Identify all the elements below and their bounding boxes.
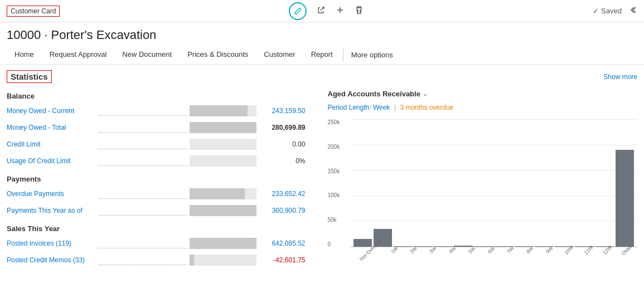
sales-label: Sales This Year [7,220,306,236]
bar-container-1: 243,159.50 [190,105,306,116]
posted-credit-memos-label[interactable]: Posted Credit Memos (33) [7,256,96,264]
posted-credit-memos-value: -42,601.75 [261,256,306,264]
show-more-button[interactable]: Show more [603,73,637,81]
bar-4 [190,155,256,167]
credit-limit-value: 0.00 [261,140,306,148]
y-label-150k: 150k [328,168,348,174]
bar-container-6: 360,900.79 [190,205,306,216]
y-label-100k: 100k [328,192,348,198]
bar-1 [190,105,256,116]
y-label-250k: 250k [328,119,348,125]
right-panel: Aged Accounts Receivable ⌄ Period Length… [322,87,638,270]
left-panel: Balance Money Owed - Current 243,159.50 … [7,87,322,270]
nav-new-document[interactable]: New Document [114,46,180,64]
nav-bar: Home Request Approval New Document Price… [0,46,644,65]
bar-3 [190,139,256,150]
stat-row-usage-credit: Usage Of Credit Limit 0% [7,154,306,168]
bar-container-3: 0.00 [190,139,306,150]
money-owed-current-label[interactable]: Money Owed - Current [7,107,96,115]
y-axis: 0 50k 100k 150k 200k 250k [328,119,348,247]
chart-area [350,119,638,247]
stat-row-posted-credit-memos: Posted Credit Memos (33) -42,601.75 [7,253,306,267]
overdue-payments-label[interactable]: Overdue Payments [7,190,96,198]
statistics-section: Statistics Show more Balance Money Owed … [0,65,644,270]
overdue-payments-value: 233,652.42 [261,190,306,198]
dots-5 [98,198,187,199]
back-icon[interactable] [628,6,637,17]
y-label-50k: 50k [328,217,348,223]
posted-invoices-label[interactable]: Posted Invoices (119) [7,240,96,247]
page-title: 10000 · Porter's Excavation [0,22,644,46]
bar-container-5: 233,652.42 [190,188,306,199]
chart-title-row: Aged Accounts Receivable ⌄ [328,87,638,101]
stat-row-posted-invoices: Posted Invoices (119) 642,085.52 [7,236,306,251]
dots-6 [98,215,187,216]
bar-container-8: -42,601.75 [190,255,306,266]
payments-label: Payments [7,170,306,187]
saved-status: ✓ Saved [593,6,637,17]
y-label-200k: 200k [328,144,348,150]
dots-7 [98,248,187,248]
bar-6 [190,205,256,216]
period-separator: | [394,104,396,111]
add-icon[interactable] [336,6,345,17]
chart-dropdown-icon[interactable]: ⌄ [423,90,428,97]
credit-limit-label[interactable]: Credit Limit [7,140,96,148]
stat-row-money-owed-current: Money Owed - Current 243,159.50 [7,104,306,118]
stat-row-payments-year: Payments This Year as of 360,900.79 [7,203,306,218]
usage-credit-value: 0% [261,157,306,165]
edit-button[interactable] [289,2,307,20]
bar-2 [190,122,256,133]
stats-header: Statistics Show more [7,65,637,87]
content-grid: Balance Money Owed - Current 243,159.50 … [7,87,637,270]
money-owed-current-value: 243,159.50 [261,107,306,115]
period-overdue: 3 months overdue [400,104,453,111]
bar-chart: 0 50k 100k 150k 200k 250k [328,119,638,264]
payments-year-value: 360,900.79 [261,207,306,214]
chart-title: Aged Accounts Receivable [328,90,420,98]
top-icons [289,2,364,20]
x-axis: Not Overdue 1W 2W 3W 4W 5W 6W 7W 8W 9W 1… [350,247,638,264]
period-label: Period Length: Week | 3 months overdue [328,101,638,117]
bar-5 [190,188,256,199]
dots-1 [98,115,187,116]
nav-more-options[interactable]: More options [346,46,399,63]
top-bar: Customer Card ✓ Saved [0,0,644,22]
bar-container-2: 280,699.89 [190,122,306,133]
stats-title: Statistics [7,70,52,83]
stat-row-credit-limit: Credit Limit 0.00 [7,137,306,152]
dots-2 [98,132,187,133]
money-owed-total-value: 280,699.89 [261,124,306,131]
nav-divider [343,48,343,62]
nav-report[interactable]: Report [303,46,341,64]
share-icon[interactable] [317,6,326,17]
nav-prices-discounts[interactable]: Prices & Discounts [180,46,256,64]
stat-row-money-owed-total: Money Owed - Total 280,699.89 [7,120,306,135]
bar-8 [190,255,256,266]
money-owed-total-label[interactable]: Money Owed - Total [7,124,96,131]
bar-7 [190,238,256,249]
bar-container-4: 0% [190,155,306,167]
nav-home[interactable]: Home [7,46,42,64]
balance-label: Balance [7,87,306,104]
posted-invoices-value: 642,085.52 [261,240,306,247]
checkmark-icon: ✓ [593,7,599,15]
bars-container [350,119,638,247]
usage-credit-label[interactable]: Usage Of Credit Limit [7,157,96,165]
customer-card-badge[interactable]: Customer Card [7,6,60,17]
dots-3 [98,149,187,149]
delete-icon[interactable] [355,6,364,17]
nav-customer[interactable]: Customer [256,46,303,64]
bar-older [616,150,634,247]
period-week: Period Length: Week [328,104,390,111]
payments-year-label[interactable]: Payments This Year as of [7,207,96,214]
dots-4 [98,165,187,166]
pencil-icon [294,7,302,15]
y-label-0: 0 [328,241,348,247]
dots-8 [98,265,187,265]
bar-container-7: 642,085.52 [190,238,306,249]
nav-request-approval[interactable]: Request Approval [42,46,115,64]
stat-row-overdue-payments: Overdue Payments 233,652.42 [7,187,306,201]
